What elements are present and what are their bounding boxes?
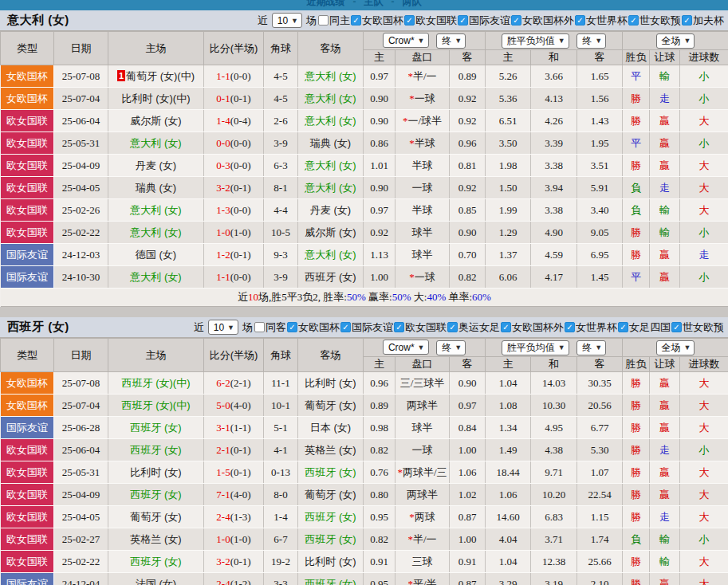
nav-link-home-team[interactable]: 主队 — [364, 0, 384, 10]
match-type-badge: 国际友谊 — [1, 244, 54, 266]
sub-header-avg-draw: 和 — [531, 357, 577, 372]
corners-score: 6-7 — [264, 528, 298, 551]
checkbox-checked-icon[interactable]: ✓ — [575, 15, 585, 26]
avg-home-odds: 6.06 — [486, 266, 531, 289]
home-team: 比利时 (女) — [108, 461, 204, 484]
match-type-badge: 欧女国联 — [1, 551, 54, 573]
competition-checkbox[interactable]: ✓欧女国联 — [394, 320, 447, 335]
competition-checkbox[interactable]: ✓女世界杯 — [575, 14, 628, 28]
match-date: 24-12-03 — [54, 244, 108, 266]
match-row: 女欧国杯25-07-081葡萄牙 (女)(中)1-1(0-0)4-5意大利 (女… — [1, 65, 728, 88]
chevron-down-icon: ▼ — [291, 17, 298, 25]
checkbox-checked-icon[interactable]: ✓ — [404, 15, 415, 26]
odds-time-select[interactable]: 终▼ — [436, 340, 466, 355]
home-team: 瑞典 (女) — [108, 177, 204, 199]
checkbox-checked-icon[interactable]: ✓ — [340, 322, 351, 332]
chevron-down-icon: ▼ — [558, 344, 565, 351]
same-venue-checkbox[interactable]: 同客 — [254, 320, 286, 335]
competition-checkbox[interactable]: ✓世女欧预 — [671, 320, 724, 335]
checkbox-checked-icon[interactable]: ✓ — [394, 322, 404, 332]
home-team: 威尔斯 (女) — [108, 110, 204, 132]
checkbox-unchecked-icon[interactable] — [318, 15, 329, 26]
checkbox-checked-icon[interactable]: ✓ — [501, 322, 511, 332]
competition-checkbox[interactable]: ✓国际友谊 — [340, 320, 393, 335]
away-team: 西班牙 (女) — [298, 266, 364, 289]
nav-separator: - — [392, 0, 395, 10]
away-team: 日本 (女) — [298, 417, 364, 439]
result-win-draw-loss: 平 — [623, 132, 650, 155]
away-team: 意大利 (女) — [298, 244, 364, 266]
checkbox-checked-icon[interactable]: ✓ — [628, 15, 639, 26]
handicap-line: 球半 — [395, 244, 450, 266]
match-date: 25-04-09 — [54, 484, 108, 506]
odds-company-select[interactable]: Crow*▼ — [383, 33, 429, 48]
corners-score: 3-9 — [264, 266, 298, 289]
checkbox-checked-icon[interactable]: ✓ — [447, 322, 458, 332]
avg-home-odds: 18.44 — [486, 461, 531, 484]
avg-draw-odds: 3.39 — [531, 132, 577, 155]
home-team: 西班牙 (女)(中) — [108, 395, 204, 417]
competition-checkbox[interactable]: ✓女欧国杯外 — [511, 14, 574, 28]
checkbox-checked-icon[interactable]: ✓ — [351, 15, 361, 26]
same-venue-checkbox[interactable]: 同主 — [318, 14, 350, 28]
scope-select[interactable]: 全场▼ — [656, 33, 695, 49]
competition-checkbox[interactable]: ✓加夫杯 — [682, 14, 724, 28]
avg-away-odds: 3.51 — [577, 155, 623, 177]
result-goals: 大 — [680, 461, 728, 484]
handicap-away-odds: 0.90 — [450, 372, 486, 395]
checkbox-checked-icon[interactable]: ✓ — [287, 322, 297, 332]
match-date: 25-06-04 — [54, 110, 108, 132]
avg-select[interactable]: 胜平负均值▼ — [502, 340, 569, 355]
checkbox-checked-icon[interactable]: ✓ — [511, 15, 521, 26]
checkbox-checked-icon[interactable]: ✓ — [565, 322, 575, 332]
result-goals: 小 — [680, 222, 728, 244]
competition-checkbox[interactable]: ✓女欧国杯外 — [501, 320, 564, 335]
away-team: 比利时 (女) — [298, 551, 364, 573]
red-indicator-badge: 1 — [117, 70, 125, 81]
competition-checkbox[interactable]: ✓国际友谊 — [458, 14, 510, 28]
checkbox-checked-icon[interactable]: ✓ — [618, 322, 628, 332]
match-score: 2-1(0-1) — [204, 439, 264, 461]
competition-checkbox[interactable]: ✓奥运女足 — [447, 320, 500, 335]
competition-checkbox[interactable]: ✓欧女国联 — [404, 14, 457, 28]
avg-away-odds: 6.77 — [577, 417, 623, 439]
nav-link-recent[interactable]: 近期战绩 — [307, 0, 345, 10]
sub-header-handicap-result: 让球 — [650, 357, 680, 372]
competition-checkbox[interactable]: ✓世女欧预 — [628, 14, 681, 28]
match-date: 25-05-31 — [54, 461, 108, 484]
checkbox-checked-icon[interactable]: ✓ — [682, 15, 692, 26]
recent-count-select[interactable]: 10▼ — [208, 320, 238, 335]
checkbox-checked-icon[interactable]: ✓ — [671, 322, 682, 332]
match-score: 1-1(0-0) — [204, 266, 264, 289]
match-type-badge: 女欧国杯 — [1, 88, 54, 110]
recent-count-select[interactable]: 10▼ — [272, 13, 302, 28]
checkbox-unchecked-icon[interactable] — [254, 322, 265, 332]
match-score: 1-5(0-1) — [204, 461, 264, 484]
competition-checkbox[interactable]: ✓女欧国杯 — [287, 320, 340, 335]
competition-checkbox[interactable]: ✓女欧国杯 — [351, 14, 403, 28]
odds-time-select[interactable]: 终▼ — [436, 33, 466, 49]
handicap-away-odds: 0.97 — [450, 395, 486, 417]
avg-time-select[interactable]: 终▼ — [576, 340, 606, 355]
scope-header: 全场▼ — [623, 32, 728, 50]
match-date: 25-07-04 — [54, 395, 108, 417]
away-team: 西班牙 (女) — [298, 461, 364, 484]
home-team: 意大利 (女) — [108, 266, 204, 289]
competition-checkbox[interactable]: ✓女足四国 — [618, 320, 671, 335]
result-handicap: 贏 — [650, 484, 680, 506]
competition-checkbox[interactable]: ✓女世界杯 — [565, 320, 617, 335]
avg-time-select[interactable]: 终▼ — [576, 33, 606, 49]
avg-draw-odds: 3.19 — [531, 573, 577, 585]
odds-company-select[interactable]: Crow*▼ — [383, 340, 429, 355]
result-goals: 大 — [680, 395, 728, 417]
avg-select[interactable]: 胜平负均值▼ — [502, 33, 569, 49]
scope-select[interactable]: 全场▼ — [656, 340, 695, 355]
away-team: 葡萄牙 (女) — [298, 395, 364, 417]
top-nav-links: 近期战绩 - 主队 - 两队 — [0, 0, 728, 10]
result-win-draw-loss: 勝 — [623, 88, 650, 110]
avg-home-odds: 1.34 — [486, 417, 531, 439]
nav-link-both-teams[interactable]: 两队 — [403, 0, 422, 10]
col-header-type: 类型 — [1, 32, 54, 65]
checkbox-checked-icon[interactable]: ✓ — [458, 15, 468, 26]
handicap-away-odds: 0.87 — [450, 573, 486, 585]
